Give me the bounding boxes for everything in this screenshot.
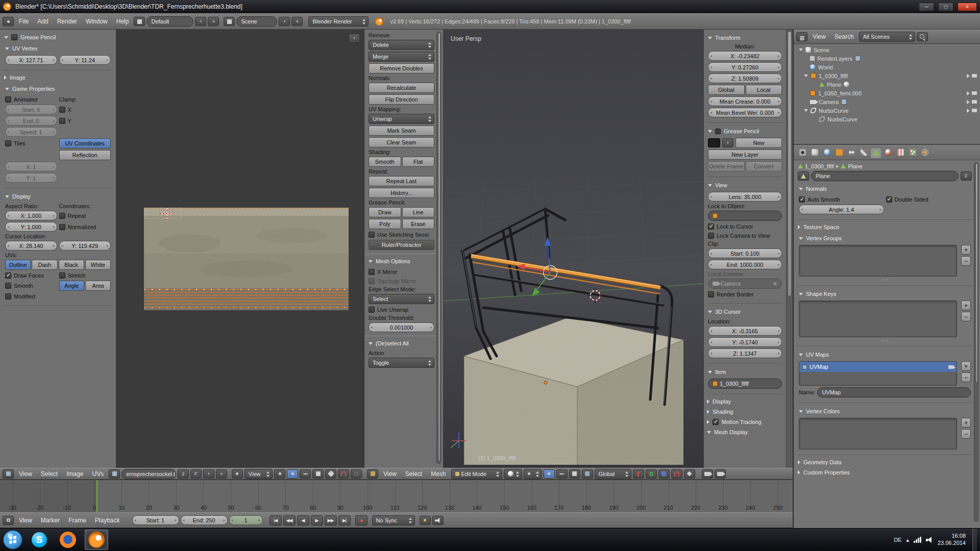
snap-element-dropdown[interactable] bbox=[684, 469, 695, 479]
gp-erase-button[interactable]: Erase bbox=[402, 219, 435, 229]
clip-start-field[interactable]: Start: 0.100 bbox=[708, 248, 782, 258]
view-panel-header[interactable]: View bbox=[708, 180, 782, 190]
custom-properties-panel-header[interactable]: Custom Properties bbox=[798, 467, 972, 478]
outliner-menu-search[interactable]: Search bbox=[831, 32, 857, 41]
uv-face-select-mode-button[interactable] bbox=[312, 469, 324, 479]
uvmap-remove-button[interactable]: − bbox=[961, 372, 971, 382]
gp-color-swatch[interactable] bbox=[708, 138, 720, 147]
uvmap-list-item[interactable]: UVMap bbox=[799, 362, 957, 372]
image-unlink-button[interactable]: × bbox=[216, 469, 227, 479]
expander-icon[interactable] bbox=[799, 48, 803, 51]
view3d-editor-type-button[interactable] bbox=[367, 469, 378, 479]
tab-world[interactable] bbox=[821, 147, 832, 158]
gp-new-layer-button[interactable]: New Layer bbox=[708, 149, 782, 160]
stretch-angle-toggle[interactable]: Angle bbox=[59, 281, 85, 291]
delete-dropdown[interactable]: Delete bbox=[369, 40, 434, 50]
mark-seam-button[interactable]: Mark Seam bbox=[369, 126, 434, 136]
live-unwrap-checkbox[interactable]: Live Unwrap bbox=[369, 306, 408, 313]
mean-crease-field[interactable]: Mean Crease: 0.000 bbox=[708, 96, 782, 106]
transform-panel-header[interactable]: Transform bbox=[708, 33, 782, 43]
item-panel-header[interactable]: Item bbox=[708, 367, 782, 377]
edge-select-mode-button[interactable] bbox=[556, 469, 568, 479]
restrict-select-icon[interactable] bbox=[967, 100, 970, 104]
restrict-render-icon[interactable] bbox=[972, 91, 977, 95]
expander-icon[interactable] bbox=[804, 109, 808, 112]
screen-layout-field[interactable]: Default bbox=[146, 16, 193, 27]
vgroup-remove-button[interactable]: − bbox=[961, 256, 971, 266]
grease-pencil-checkbox[interactable] bbox=[715, 129, 721, 134]
next-keyframe-button[interactable]: ▶▶ bbox=[325, 515, 337, 525]
vertex-colors-list[interactable] bbox=[799, 418, 957, 449]
outliner-item-object2[interactable]: 1_0350_femi.000 bbox=[797, 89, 977, 97]
timeline-editor-type-button[interactable] bbox=[3, 516, 14, 525]
lock-object-field[interactable] bbox=[708, 211, 782, 221]
tab-scene[interactable] bbox=[809, 147, 820, 158]
close-button[interactable]: × bbox=[958, 3, 977, 11]
double-sided-checkbox[interactable]: Double Sided bbox=[886, 195, 971, 203]
uv-vertex-x-field[interactable]: X: 127.71 bbox=[5, 55, 57, 65]
restrict-select-icon[interactable] bbox=[967, 74, 970, 78]
animated-checkbox[interactable]: Animated bbox=[5, 95, 57, 103]
uv-black-toggle[interactable]: Black bbox=[59, 260, 84, 270]
manipulator-rotate-button[interactable] bbox=[646, 469, 657, 479]
pivot-point-dropdown[interactable] bbox=[524, 469, 542, 479]
tab-modifiers[interactable] bbox=[858, 147, 869, 158]
play-button[interactable]: ▶ bbox=[311, 515, 323, 525]
aspect-x-field[interactable]: X: 1.000 bbox=[5, 211, 57, 220]
auto-smooth-angle-field[interactable]: Angle: 1.4 bbox=[799, 205, 884, 214]
tab-object-data[interactable] bbox=[870, 147, 881, 158]
display-panel-header[interactable]: Display bbox=[707, 396, 783, 407]
grease-pencil-checkbox[interactable] bbox=[11, 34, 17, 40]
menu-add[interactable]: Add bbox=[34, 17, 52, 26]
uv-dash-toggle[interactable]: Dash bbox=[32, 260, 57, 270]
record-button[interactable]: ● bbox=[355, 515, 368, 525]
uv-editor-canvas[interactable]: + bbox=[116, 30, 364, 468]
uv-edge-select-mode-button[interactable] bbox=[300, 469, 311, 479]
screen-browse-button[interactable] bbox=[134, 17, 145, 26]
shape-keys-list[interactable] bbox=[799, 300, 957, 337]
npanel-scrollbar[interactable] bbox=[786, 30, 793, 468]
motion-tracking-checkbox[interactable] bbox=[713, 419, 719, 425]
breadcrumb-object[interactable]: 1_0300_flflf bbox=[805, 163, 834, 169]
normals-panel-header[interactable]: Normals bbox=[799, 184, 971, 194]
stretch-area-toggle[interactable]: Area bbox=[85, 281, 111, 291]
image-panel-header[interactable]: Image bbox=[4, 72, 112, 83]
tab-texture[interactable] bbox=[895, 147, 906, 158]
toolshelf-scrollbar[interactable] bbox=[436, 32, 442, 464]
display-panel-header[interactable]: Display bbox=[5, 191, 111, 202]
restrict-select-icon[interactable] bbox=[967, 91, 970, 95]
gp-new-button[interactable]: New bbox=[736, 138, 782, 148]
shape-keys-panel-header[interactable]: Shape Keys bbox=[799, 289, 971, 299]
median-y-field[interactable]: Y: 0.27260 bbox=[708, 62, 782, 72]
mesh-options-panel-header[interactable]: Mesh Options bbox=[369, 256, 434, 266]
scene-browse-button[interactable] bbox=[224, 17, 235, 26]
outliner-menu-view[interactable]: View bbox=[809, 32, 829, 41]
vertex-groups-list[interactable] bbox=[799, 245, 957, 277]
clamp-x-checkbox[interactable]: X bbox=[59, 106, 111, 113]
history-button[interactable]: History... bbox=[369, 188, 434, 198]
uv-menu-uvs[interactable]: UVs bbox=[89, 469, 108, 479]
info-editor-type-button[interactable] bbox=[3, 17, 14, 26]
restrict-render-icon[interactable] bbox=[972, 74, 977, 78]
uv-snap-button[interactable] bbox=[338, 469, 349, 479]
gp-draw-button[interactable]: Draw bbox=[369, 207, 401, 217]
global-toggle[interactable]: Global bbox=[708, 85, 745, 95]
taskbar-firefox-button[interactable] bbox=[56, 530, 80, 550]
orientation-dropdown[interactable]: Global bbox=[595, 469, 631, 479]
x-mirror-checkbox[interactable]: X Mirror bbox=[369, 268, 397, 276]
tl-menu-view[interactable]: View bbox=[15, 516, 36, 525]
manipulator-scale-button[interactable] bbox=[658, 469, 670, 479]
tab-object[interactable] bbox=[834, 147, 845, 158]
outliner-item-renderlayers[interactable]: RenderLayers bbox=[797, 54, 977, 63]
restrict-icons[interactable] bbox=[967, 74, 977, 78]
repeat-last-button[interactable]: Repeat Last bbox=[369, 176, 434, 186]
jump-to-end-button[interactable]: ▶| bbox=[338, 515, 351, 525]
auto-smooth-checkbox[interactable]: Auto Smooth bbox=[799, 195, 884, 203]
uv-white-toggle[interactable]: White bbox=[85, 260, 111, 270]
keying-set-button[interactable] bbox=[420, 516, 431, 525]
unwrap-dropdown[interactable]: Unwrap bbox=[369, 114, 434, 124]
scene-delete-button[interactable]: × bbox=[291, 17, 303, 26]
grease-pencil-panel-header[interactable]: Grease Pencil bbox=[4, 32, 112, 42]
deselect-all-panel-header[interactable]: (De)select All bbox=[369, 338, 434, 348]
list-resize-grip[interactable] bbox=[799, 278, 971, 282]
